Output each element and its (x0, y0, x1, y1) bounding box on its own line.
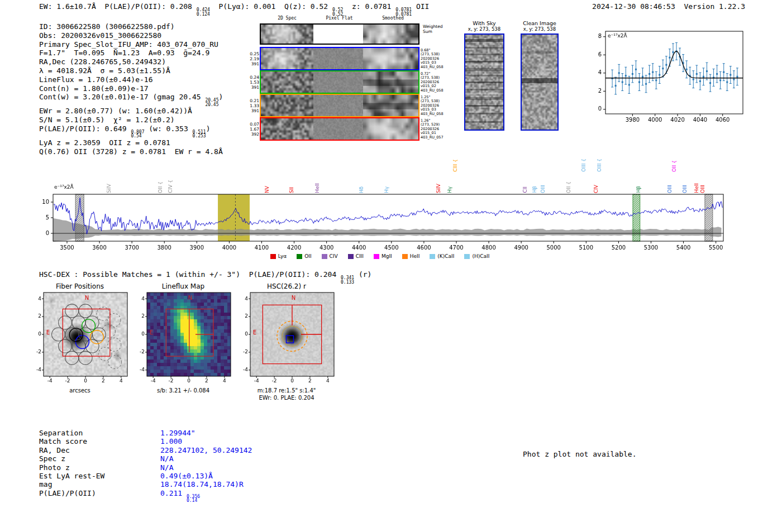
emission-line-label: Hγ (447, 186, 452, 193)
spec2d-strip-2d (261, 71, 313, 93)
legend-label: CIII (356, 253, 364, 259)
detection-info-block: ID: 3006622580 (3006622580.pdf)Obs: 2020… (39, 22, 223, 156)
match-row-value: N/A (160, 454, 173, 463)
spec2d-row-weights: 0.071.67392 (244, 122, 259, 137)
spec2d-strip-2d (261, 25, 313, 44)
info-line: ID: 3006622580 (3006622580.pdf) (39, 22, 223, 31)
match-row-value: 0.211 0.3560.14 (160, 489, 200, 503)
spec2d-weight-value: 391 (244, 85, 259, 90)
match-row: Photo zN/A (39, 463, 252, 472)
spec2d-weight-value: 391 (244, 61, 259, 66)
info-line: RA,Dec (228.246765,50.249432) (39, 57, 223, 66)
match-table: Separation1.29944"Match score1.000RA, De… (39, 429, 252, 503)
info-line: EWr = 2.80(±0.77) (w: 1.60(±0.42))Å (39, 107, 223, 116)
fiber-positions-plot (28, 291, 132, 386)
spec2d-panel: 2D Spec Pixel Flat Smoothed Weighted Sum… (247, 16, 449, 144)
info-line: P(LAE)/P(OII): 0.649 0.8070.54 (w: 0.353… (39, 124, 223, 138)
spec2d-annotation-line: 403_RU_058 (421, 65, 461, 69)
spec2d-weight-value: 1.53 (244, 80, 259, 85)
match-row-value: 228.247102, 50.249142 (160, 446, 252, 454)
clean-image (521, 33, 559, 131)
with-sky-panel: With Sky x, y: 273, 538 (464, 16, 505, 131)
match-row-label: mag (39, 480, 160, 488)
line-fit-plot (580, 22, 747, 131)
emission-line-label: HeII (314, 183, 320, 193)
clean-image-title: Clean Image (519, 16, 560, 26)
legend-swatch (270, 254, 276, 259)
spec2d-strip-pixelflat (313, 48, 363, 69)
emission-line-label: OIII (667, 185, 673, 193)
legend-swatch (348, 254, 354, 259)
hsc-image-plot (235, 291, 338, 386)
legend-label: Lyα (278, 253, 287, 259)
emission-line-label: CIV { (168, 180, 173, 193)
spec2d-weight-value: 391 (244, 108, 259, 113)
spec2d-fiber-row: 0.071.673921.26"(273, 529)20200326v015_0… (260, 117, 419, 141)
hsc-cutout-title: HSC(26.2) r (235, 282, 338, 290)
spec2d-strip-2d (261, 95, 313, 116)
spec2d-col-header-2dspec: 2D Spec (261, 16, 313, 21)
match-row-label: Match score (39, 437, 160, 445)
match-row-label: RA, Dec (39, 446, 160, 454)
info-line: S/N = 5.1(±0.5) χ² = 1.2(±0.2) (39, 116, 223, 124)
spec2d-annotation-line: 403_RU_057 (421, 136, 461, 140)
spec2d-weight-value: 0.21 (244, 98, 259, 103)
spec2d-strip-pixelflat (313, 71, 363, 93)
legend-item: (H)CaII (464, 253, 489, 259)
photz-note: Phot z plot not available. (523, 450, 637, 459)
spec2d-weight-value: 392 (244, 132, 259, 137)
legend-item: (K)CaII (430, 253, 454, 259)
weighted-sum-label-line2: Sum (423, 30, 443, 35)
legend-label: HeII (410, 253, 420, 259)
spec2d-strip-flat-empty (313, 25, 363, 44)
clean-image-coords: x, y: 273, 538 (519, 26, 560, 32)
spectrum-legend: LyαOIICIVCIIIMgIIHeII(K)CaII(H)CaII (31, 253, 729, 259)
legend-swatch (322, 254, 327, 259)
match-row-value: N/A (160, 463, 173, 472)
legend-label: OII (304, 253, 311, 259)
lineflux-map-plot (131, 291, 235, 386)
spec2d-weight-value: 1.33 (244, 103, 259, 108)
spec2d-strip-pixelflat (313, 118, 363, 140)
legend-swatch (374, 254, 379, 259)
emission-line-label: OII { (566, 181, 571, 193)
spec2d-weighted-sum-row (260, 23, 419, 45)
match-row: Est LyA rest-EW0.49(±0.13)Å (39, 472, 252, 480)
spec2d-weight-value: 2.19 (244, 56, 259, 61)
legend-item: MgII (374, 253, 392, 259)
legend-label: CIV (330, 253, 338, 259)
match-row: Separation1.29944" (39, 429, 252, 437)
emission-line-label: CII (522, 186, 528, 193)
spec2d-fiber-row: 0.252.193910.68"(273, 538)20200326v015_0… (260, 47, 419, 70)
spec2d-row-weights: 0.211.33391 (244, 98, 259, 113)
match-row-value: 1.000 (160, 437, 182, 445)
match-row: Match score1.000 (39, 437, 252, 445)
emission-line-label: OIII { (581, 159, 586, 172)
emission-line-label: OII { (671, 160, 677, 172)
match-row-label: Spec z (39, 454, 160, 463)
match-row-value: 0.49(±0.13)Å (160, 472, 213, 480)
emission-line-labels: SiIVOII {CIV {NVSIIHeIIHδHγSiIVHγCIII {C… (31, 143, 729, 194)
legend-swatch (402, 254, 408, 259)
elixer-detection-report: EW: 1.6±10.7Å P(LAE)/P(OII): 0.208 0.424… (0, 0, 782, 532)
spec2d-weight-value: 0.24 (244, 75, 259, 80)
spec2d-col-header-pixelflat: Pixel Flat (314, 16, 364, 21)
emission-line-label: SiIV (436, 184, 441, 193)
spec2d-weight-value: 1.67 (244, 127, 259, 132)
emission-line-label: Hδ (359, 186, 364, 193)
match-row: mag18.74(18.74,18.74)R (39, 480, 252, 488)
spec2d-strip-smoothed (363, 25, 418, 44)
spec2d-annotation-line: 403_RU_058 (421, 112, 461, 116)
hsc-xlabel: m:18.7 re:1.5" s:1.4" (235, 387, 338, 394)
emission-line-label: SiIV (106, 184, 112, 193)
emission-line-label: OII { (158, 181, 163, 193)
legend-swatch (430, 254, 435, 259)
emission-line-label: NV (264, 186, 270, 193)
legend-label: (H)CaII (472, 253, 489, 259)
match-row-label: Photo z (39, 463, 160, 472)
legend-item: OII (297, 253, 311, 259)
spec2d-col-header-smoothed: Smoothed (365, 16, 421, 21)
legend-item: HeII (402, 253, 420, 259)
legend-label: (K)CaII (437, 253, 454, 259)
match-row-label: Est LyA rest-EW (39, 472, 160, 480)
